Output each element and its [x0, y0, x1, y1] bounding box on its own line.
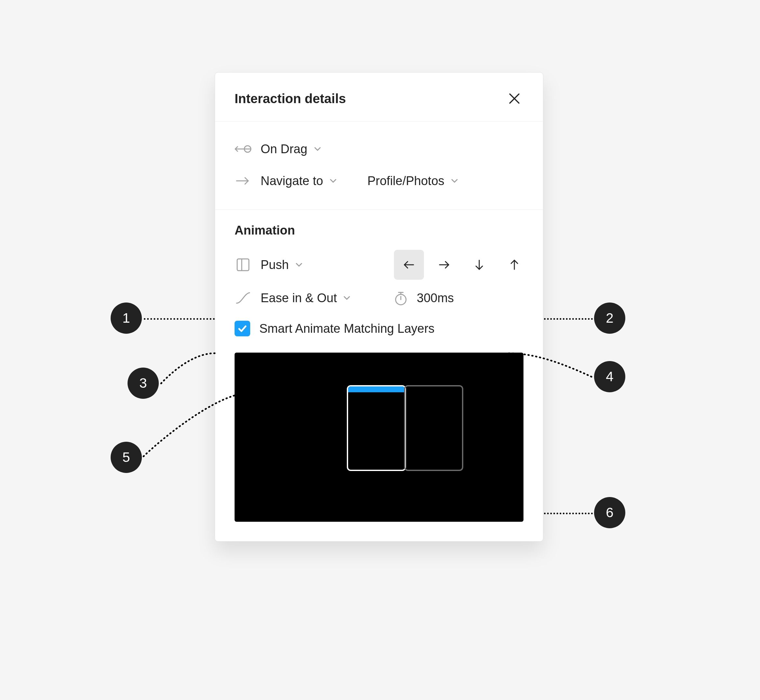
- destination-label: Profile/Photos: [367, 174, 444, 188]
- close-button[interactable]: [505, 89, 524, 108]
- arrow-right-icon: [235, 175, 252, 187]
- callout-2-connector: [544, 318, 593, 320]
- destination-dropdown[interactable]: Profile/Photos: [367, 174, 459, 188]
- close-icon: [508, 92, 521, 105]
- drag-icon: [235, 143, 252, 155]
- arrow-right-icon: [437, 258, 451, 272]
- direction-group: [394, 250, 529, 280]
- animation-type-dropdown[interactable]: Push: [261, 258, 303, 272]
- action-label: Navigate to: [261, 174, 323, 188]
- panel-header: Interaction details: [215, 72, 543, 122]
- action-dropdown[interactable]: Navigate to: [261, 174, 338, 188]
- arrow-up-icon: [507, 258, 522, 272]
- smart-animate-label: Smart Animate Matching Layers: [259, 322, 435, 336]
- smart-animate-checkbox[interactable]: [235, 321, 250, 336]
- easing-row: Ease in & Out 300ms: [235, 283, 524, 313]
- arrow-left-icon: [402, 258, 416, 272]
- preview-active-frame: [347, 385, 406, 471]
- callout-6: 6: [594, 497, 625, 528]
- trigger-type-dropdown[interactable]: On Drag: [261, 142, 322, 156]
- direction-down-button[interactable]: [464, 250, 494, 280]
- callout-1-connector: [144, 318, 215, 320]
- trigger-type-label: On Drag: [261, 142, 308, 156]
- direction-left-button[interactable]: [394, 250, 424, 280]
- push-icon: [235, 258, 252, 272]
- callout-5-connector: [142, 394, 236, 459]
- callout-4-connector: [508, 352, 595, 381]
- animation-section-title: Animation: [235, 223, 524, 238]
- callout-1: 1: [111, 303, 142, 334]
- arrow-down-icon: [472, 258, 486, 272]
- easing-label: Ease in & Out: [261, 291, 337, 305]
- direction-right-button[interactable]: [429, 250, 459, 280]
- smart-animate-row: Smart Animate Matching Layers: [235, 321, 524, 336]
- callout-5: 5: [111, 442, 142, 473]
- animation-preview[interactable]: [235, 353, 524, 522]
- callout-6-connector: [544, 512, 593, 514]
- trigger-section: On Drag Navigate to Profil: [215, 122, 543, 210]
- callout-3: 3: [128, 367, 159, 399]
- chevron-down-icon: [342, 294, 351, 302]
- duration-value: 300ms: [417, 291, 454, 305]
- panel-title: Interaction details: [235, 91, 346, 106]
- easing-curve-icon: [235, 291, 252, 305]
- checkmark-icon: [237, 323, 247, 334]
- preview-incoming-frame: [404, 385, 463, 471]
- stopwatch-icon: [394, 291, 408, 305]
- animation-section: Animation Push: [215, 210, 543, 541]
- svg-rect-6: [237, 259, 249, 270]
- callout-2: 2: [594, 303, 625, 334]
- callout-4: 4: [594, 361, 625, 392]
- direction-up-button[interactable]: [499, 250, 529, 280]
- trigger-type-row: On Drag: [235, 134, 524, 164]
- chevron-down-icon: [329, 177, 338, 185]
- chevron-down-icon: [295, 261, 303, 269]
- callout-3-connector: [159, 352, 217, 388]
- action-row: Navigate to Profile/Photos: [235, 166, 524, 196]
- chevron-down-icon: [450, 177, 459, 185]
- easing-dropdown[interactable]: Ease in & Out: [261, 291, 351, 305]
- interaction-details-panel: Interaction details On Drag: [215, 72, 543, 542]
- chevron-down-icon: [313, 145, 322, 153]
- duration-field[interactable]: 300ms: [394, 291, 454, 305]
- animation-type-label: Push: [261, 258, 289, 272]
- animation-type-row: Push: [235, 250, 524, 280]
